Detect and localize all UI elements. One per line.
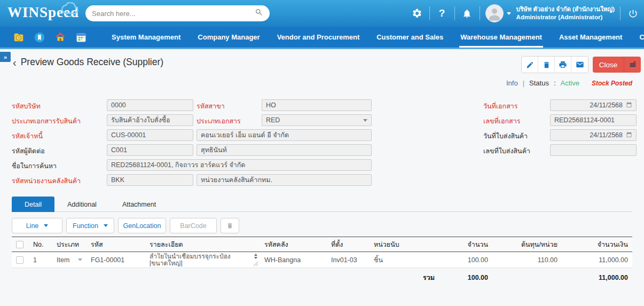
row-checkbox[interactable]	[16, 256, 23, 264]
chevron-down-icon	[363, 119, 367, 122]
col-qty: จำนวน	[439, 237, 492, 252]
calendar-picker-icon[interactable]	[626, 131, 632, 139]
total-qty: 100.00	[439, 268, 492, 287]
warehouse-unit-label: รหัสหน่วยงานคลังสินค้า	[12, 176, 81, 186]
tab-detail[interactable]: Detail	[12, 197, 54, 212]
recent-folder-icon[interactable]	[13, 32, 25, 43]
nav-company-manager[interactable]: Company Manager	[189, 27, 268, 48]
table-row: 1 Item FG1-00001 ลำใยในน้ำเชื่อมบรรจุกระ…	[12, 252, 632, 268]
collapse-list-icon[interactable]	[624, 57, 641, 73]
doc-type-dropdown[interactable]: RED	[262, 114, 372, 126]
col-no: No.	[29, 237, 52, 252]
calendar-picker-icon[interactable]	[626, 101, 632, 109]
company-code-value: 0000	[111, 101, 126, 109]
contact-name-field[interactable]: สุทธินันท์	[197, 144, 372, 156]
email-button[interactable]	[571, 57, 588, 73]
nav-customer-sales[interactable]: Customer and Sales	[368, 27, 452, 48]
genlocation-button[interactable]: GenLocation	[118, 218, 166, 233]
delivery-no-field[interactable]	[550, 144, 637, 156]
line-dropdown-button[interactable]: Line	[12, 218, 62, 233]
cell-description[interactable]: ลำใยในน้ำเชื่อมบรรจุกระป๋อง [ขนาดใหญ่]	[145, 252, 260, 268]
description-value: ลำใยในน้ำเชื่อมบรรจุกระป๋อง [ขนาดใหญ่]	[150, 253, 245, 266]
nav-cash-management[interactable]: Cash Management	[631, 27, 644, 48]
top-header-bar: WINSpeed ? บริษัท ตัวอย่าง จำกัด (สำนักง…	[0, 0, 644, 27]
warehouse-unit-field[interactable]: BKK	[107, 174, 193, 186]
detail-table: No. ประเภท รหัส รายละเอียด รหัสคลัง ที่ต…	[12, 237, 632, 287]
creditor-name-field[interactable]: คอนเวเยอร์ เอ็ม แอนด์ อี จำกัด	[197, 129, 372, 141]
cell-unit[interactable]: ชิ้น	[370, 252, 439, 268]
doc-no-field[interactable]: RED25681124-0001	[550, 114, 637, 126]
col-type: ประเภท	[52, 237, 87, 252]
winspeed-logo[interactable]: WINSpeed	[7, 4, 79, 21]
search-input[interactable]	[92, 10, 255, 18]
bookmark-icon[interactable]	[34, 32, 45, 43]
doc-type-label: ประเภทเอกสาร	[197, 116, 241, 127]
col-amount: จำนวนเงิน	[562, 237, 632, 252]
creditor-code-field[interactable]: CUS-00001	[107, 129, 193, 141]
cell-code[interactable]: FG1-00001	[87, 252, 145, 268]
nav-vendor-procurement[interactable]: Vendor and Procurement	[269, 27, 368, 48]
delivery-date-field[interactable]: 24/11/2568	[550, 129, 637, 141]
barcode-label: BarCode	[180, 222, 206, 230]
cell-warehouse[interactable]: WH-Bangna	[260, 252, 327, 268]
tab-attachment[interactable]: Attachment	[109, 197, 169, 212]
close-split-button: Close	[593, 57, 641, 73]
nav-asset-management[interactable]: Asset Management	[551, 27, 631, 48]
cell-location[interactable]: Inv01-03	[327, 252, 370, 268]
divider	[480, 6, 480, 20]
logout-power-icon[interactable]	[626, 6, 640, 20]
contact-code-label: รหัสผู้ติดต่อ	[12, 146, 45, 156]
page-title: Preview Goods Receive (Supplier)	[21, 57, 163, 68]
receive-type-value: รับสินค้าอ้างใบสั่งซื้อ	[111, 115, 170, 125]
edit-pencil-button[interactable]	[522, 57, 538, 73]
cell-type[interactable]: Item	[52, 252, 87, 268]
settings-gear-icon[interactable]	[410, 6, 424, 20]
user-role: Administrator (Administrator)	[516, 13, 615, 21]
cell-unit-cost[interactable]: 110.00	[492, 252, 562, 268]
search-icon[interactable]	[255, 8, 263, 19]
calendar-icon[interactable]	[75, 32, 87, 43]
nav-system-management[interactable]: System Management	[103, 27, 189, 48]
cell-amount: 11,000.00	[562, 252, 632, 268]
col-location: ที่ตั้ง	[327, 237, 370, 252]
line-label: Line	[26, 222, 39, 230]
user-avatar[interactable]	[485, 4, 504, 22]
col-description: รายละเอียด	[145, 237, 260, 252]
function-dropdown-button[interactable]: Function	[66, 218, 114, 233]
doc-type-value: RED	[266, 116, 280, 124]
description-spinner-icon[interactable]	[252, 254, 259, 266]
back-chevron-icon[interactable]: ‹	[13, 57, 17, 68]
barcode-button[interactable]: BarCode	[170, 218, 217, 233]
select-all-checkbox[interactable]	[16, 241, 23, 248]
tab-additional[interactable]: Additional	[54, 197, 109, 212]
close-button[interactable]: Close	[593, 57, 624, 73]
creditor-code-label: รหัสเจ้าหนี้	[12, 131, 43, 142]
delete-row-button[interactable]	[221, 218, 239, 233]
doc-no-value: RED25681124-0001	[554, 116, 615, 124]
expand-sidebar-button[interactable]: »	[0, 52, 11, 62]
status-label: Status	[529, 79, 549, 87]
doc-date-field[interactable]: 24/11/2568	[550, 99, 637, 111]
nav-warehouse-management[interactable]: Warehouse Management	[452, 27, 551, 48]
search-name-field[interactable]: RED25681124-0001, กิจถาวร ฮาร์ดแวร์ จำกั…	[107, 159, 372, 171]
user-company: บริษัท ตัวอย่าง จำกัด (สำนักงานใหญ่)	[516, 5, 615, 13]
home-icon[interactable]	[54, 32, 66, 43]
delivery-date-value: 24/11/2568	[590, 131, 623, 139]
page-content: » ‹ Preview Goods Receive (Supplier) Clo…	[0, 49, 644, 304]
contact-code-field[interactable]: C001	[107, 144, 193, 156]
cell-qty[interactable]: 100.00	[439, 252, 492, 268]
print-button[interactable]	[555, 57, 571, 73]
user-menu[interactable]	[485, 4, 511, 22]
chevron-down-icon	[507, 12, 511, 15]
delivery-no-label: เลขที่ใบส่งสินค้า	[483, 146, 530, 156]
divider	[429, 6, 430, 20]
company-code-field[interactable]: 0000	[107, 99, 193, 111]
notifications-bell-icon[interactable]	[460, 6, 474, 20]
info-link[interactable]: Info	[506, 79, 518, 87]
help-icon[interactable]: ?	[435, 6, 449, 20]
receive-type-field[interactable]: รับสินค้าอ้างใบสั่งซื้อ	[107, 114, 193, 126]
warehouse-unit-name-field[interactable]: หน่วยงานคลังสินค้ากทม.	[197, 174, 372, 186]
branch-code-field[interactable]: HO	[262, 99, 372, 111]
chevron-down-icon	[78, 258, 82, 261]
delete-trash-button[interactable]	[538, 57, 555, 73]
